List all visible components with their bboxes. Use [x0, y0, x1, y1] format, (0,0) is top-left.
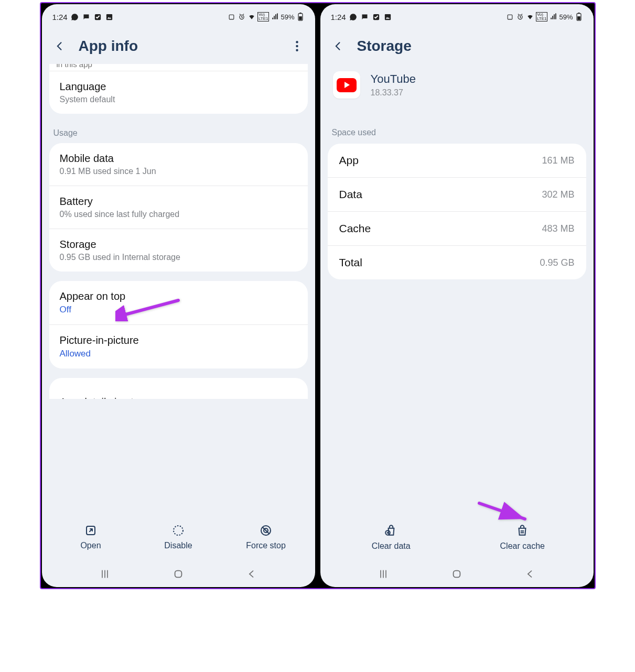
whatsapp-icon	[349, 13, 358, 21]
nav-recents[interactable]	[89, 566, 121, 582]
clear-data-icon	[384, 524, 398, 537]
row-data: Data 302 MB	[328, 177, 586, 211]
svg-rect-1	[106, 14, 112, 19]
open-icon	[84, 524, 97, 537]
clear-cache-icon	[515, 524, 529, 537]
row-title: Mobile data	[60, 153, 297, 165]
content-scroll[interactable]: in this app Language System default Usag…	[42, 64, 315, 511]
battery-percent: 59%	[281, 13, 294, 21]
back-button[interactable]	[331, 39, 346, 53]
svg-rect-6	[299, 16, 302, 20]
battery-percent: 59%	[559, 13, 573, 21]
svg-rect-17	[508, 15, 513, 19]
image-icon	[384, 13, 392, 21]
svg-rect-2	[230, 15, 234, 19]
kv-value: 0.95 GB	[540, 257, 574, 268]
back-button[interactable]	[52, 39, 67, 53]
status-bar: 1:24 Vo)LTE1 59%	[42, 7, 315, 26]
volte-icon: Vo)LTE1	[536, 12, 548, 21]
clear-data-button[interactable]: Clear data	[339, 524, 444, 551]
alarm-icon	[516, 13, 524, 21]
row-sub: System default	[60, 95, 297, 104]
action-label: Open	[80, 541, 101, 550]
check-icon	[94, 13, 102, 21]
volte-icon: Vo)LTE1	[257, 12, 270, 21]
signal-icon	[271, 13, 279, 21]
app-version: 18.33.37	[371, 88, 416, 97]
action-label: Clear cache	[500, 541, 545, 551]
open-button[interactable]: Open	[59, 524, 122, 550]
image-icon	[105, 13, 114, 21]
action-label: Disable	[164, 541, 192, 550]
clear-cache-button[interactable]: Clear cache	[470, 524, 575, 551]
row-sub: 0% used since last fully charged	[60, 210, 297, 219]
app-header: YouTube 18.33.37	[328, 64, 586, 114]
row-storage[interactable]: Storage 0.95 GB used in Internal storage	[49, 229, 308, 272]
svg-point-9	[296, 49, 298, 51]
battery-icon	[296, 13, 305, 21]
nav-recents[interactable]	[368, 566, 399, 582]
disable-icon	[172, 524, 185, 537]
app-name: YouTube	[371, 72, 416, 86]
phone-app-info: 1:24 Vo)LTE1 59% App info in this app	[42, 4, 315, 587]
wifi-icon	[247, 13, 256, 21]
kv-label: Total	[339, 256, 362, 269]
page-title: App info	[79, 38, 278, 55]
stop-icon	[260, 524, 272, 537]
svg-rect-21	[577, 16, 580, 20]
cutoff-text: in this app	[49, 64, 308, 71]
row-battery[interactable]: Battery 0% used since last fully charged	[49, 186, 308, 229]
whatsapp-icon	[71, 13, 79, 21]
nav-home[interactable]	[441, 566, 472, 582]
kv-label: Cache	[339, 222, 371, 235]
disable-button[interactable]: Disable	[147, 524, 210, 550]
status-bar: 1:24 Vo)LTE1 59%	[320, 7, 594, 26]
bottom-actions: Clear data Clear cache	[320, 511, 594, 561]
more-button[interactable]	[290, 39, 305, 53]
svg-rect-5	[299, 13, 301, 14]
row-language[interactable]: Language System default	[49, 71, 308, 114]
row-title: Storage	[60, 239, 297, 251]
bottom-actions: Open Disable Force stop	[42, 511, 315, 561]
phone-storage: 1:24 Vo)LTE1 59% Storage YouTube	[320, 4, 594, 587]
row-sub: Allowed	[60, 349, 297, 359]
svg-rect-20	[578, 13, 579, 14]
action-label: Clear data	[372, 541, 411, 551]
row-cache: Cache 483 MB	[328, 211, 586, 245]
row-sub: 0.91 MB used since 1 Jun	[60, 167, 297, 176]
row-mobile-data[interactable]: Mobile data 0.91 MB used since 1 Jun	[49, 143, 308, 186]
wifi-icon	[526, 13, 534, 21]
status-time: 1:24	[52, 13, 68, 21]
row-cutoff[interactable]: App details in store	[49, 378, 308, 399]
force-stop-button[interactable]: Force stop	[234, 524, 297, 550]
nav-home[interactable]	[163, 566, 194, 582]
nav-back[interactable]	[236, 566, 267, 582]
kv-label: Data	[339, 188, 362, 201]
message-icon	[361, 13, 369, 21]
row-pip[interactable]: Picture-in-picture Allowed	[49, 324, 308, 368]
check-icon	[372, 13, 381, 21]
kv-label: App	[339, 154, 359, 167]
svg-rect-23	[454, 571, 460, 578]
nfc-icon	[506, 13, 514, 21]
page-title: Storage	[357, 38, 583, 55]
svg-point-7	[296, 41, 298, 43]
row-total: Total 0.95 GB	[328, 245, 586, 279]
row-appear-on-top[interactable]: Appear on top Off	[49, 281, 308, 324]
nav-back[interactable]	[514, 566, 546, 582]
row-title: Battery	[60, 196, 297, 208]
row-sub: Off	[60, 305, 297, 315]
svg-rect-14	[175, 571, 182, 578]
kv-value: 302 MB	[542, 189, 574, 200]
status-time: 1:24	[331, 13, 346, 21]
row-sub: 0.95 GB used in Internal storage	[60, 253, 297, 262]
youtube-icon	[333, 71, 360, 99]
signal-icon	[549, 13, 557, 21]
svg-point-8	[296, 45, 298, 47]
svg-point-11	[174, 526, 183, 535]
message-icon	[82, 13, 91, 21]
nav-bar	[42, 561, 315, 587]
row-title: Picture-in-picture	[60, 334, 297, 346]
header: Storage	[320, 26, 594, 64]
nfc-icon	[228, 13, 236, 21]
